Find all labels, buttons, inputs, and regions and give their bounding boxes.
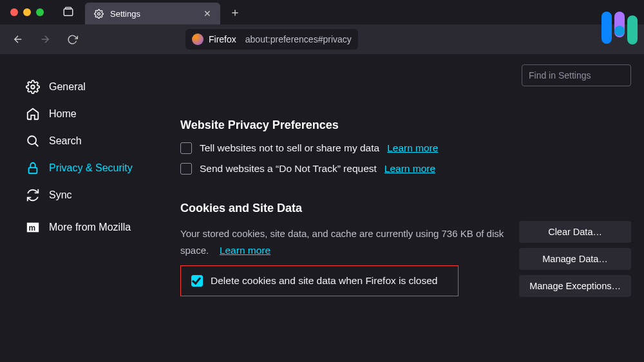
- sidebar-item-label: Sync: [49, 189, 72, 201]
- pref-label: Tell websites not to sell or share my da…: [200, 142, 379, 154]
- maximize-window-button[interactable]: [36, 8, 44, 16]
- tab-label: Settings: [110, 9, 197, 19]
- search-icon: [26, 134, 40, 148]
- navigation-toolbar: Firefox about:preferences#privacy: [0, 24, 644, 54]
- forward-button[interactable]: [35, 29, 55, 50]
- settings-search-input[interactable]: [522, 64, 631, 86]
- pref-row-do-not-sell: Tell websites not to sell or share my da…: [180, 142, 631, 154]
- learn-more-link[interactable]: Learn more: [387, 142, 438, 154]
- sidebar-item-general[interactable]: General: [26, 73, 167, 100]
- manage-data-button[interactable]: Manage Data…: [519, 248, 631, 270]
- sidebar-item-label: More from Mozilla: [49, 222, 131, 233]
- highlighted-setting: Delete cookies and site data when Firefo…: [180, 265, 459, 296]
- checkbox-do-not-track[interactable]: [180, 163, 192, 175]
- identity-label: Firefox: [209, 34, 236, 44]
- url-text: about:preferences#privacy: [245, 34, 352, 44]
- pref-label: Delete cookies and site data when Firefo…: [211, 275, 437, 287]
- pref-row-do-not-track: Send websites a “Do Not Track” request L…: [180, 163, 631, 175]
- settings-main-pane: Website Privacy Preferences Tell website…: [167, 54, 644, 362]
- svg-rect-5: [29, 167, 37, 173]
- learn-more-link[interactable]: Learn more: [220, 245, 270, 256]
- minimize-window-button[interactable]: [23, 8, 31, 16]
- sidebar-item-label: General: [49, 81, 86, 93]
- close-tab-icon[interactable]: ✕: [204, 8, 211, 19]
- tab-overview-icon[interactable]: [62, 6, 75, 19]
- sidebar-item-search[interactable]: Search: [26, 128, 167, 155]
- tab-settings[interactable]: Settings ✕: [85, 3, 220, 24]
- cookies-usage-text: Your stored cookies, site data, and cach…: [180, 225, 515, 259]
- svg-point-3: [31, 85, 35, 89]
- lock-icon: [26, 161, 40, 175]
- url-bar[interactable]: Firefox about:preferences#privacy: [185, 29, 358, 50]
- sidebar-item-label: Search: [49, 135, 82, 147]
- settings-sidebar: General Home Search Privacy & Security: [0, 54, 167, 362]
- reload-button[interactable]: [62, 29, 82, 50]
- svg-text:m: m: [29, 224, 36, 233]
- back-button[interactable]: [8, 29, 28, 50]
- svg-rect-1: [66, 8, 71, 9]
- clear-data-button[interactable]: Clear Data…: [519, 221, 631, 243]
- svg-point-2: [98, 12, 100, 15]
- checkbox-do-not-sell[interactable]: [180, 142, 192, 154]
- gear-icon: [94, 9, 104, 19]
- home-icon: [26, 107, 40, 121]
- decorative-logo: [601, 12, 638, 44]
- pref-label: Send websites a “Do Not Track” request: [200, 163, 377, 175]
- svg-rect-0: [64, 9, 73, 16]
- traffic-lights: [10, 8, 44, 16]
- firefox-icon: [192, 33, 204, 45]
- gear-icon: [26, 80, 40, 94]
- checkbox-delete-on-close[interactable]: [191, 275, 203, 287]
- section-heading-privacy-prefs: Website Privacy Preferences: [180, 119, 631, 132]
- sidebar-item-more-mozilla[interactable]: m More from Mozilla: [26, 214, 167, 241]
- mozilla-icon: m: [26, 220, 40, 234]
- sidebar-item-privacy[interactable]: Privacy & Security: [26, 155, 167, 182]
- sidebar-item-sync[interactable]: Sync: [26, 182, 167, 209]
- sidebar-item-label: Privacy & Security: [49, 162, 133, 174]
- new-tab-button[interactable]: ＋: [225, 3, 245, 22]
- sidebar-item-label: Home: [49, 108, 77, 120]
- sidebar-item-home[interactable]: Home: [26, 100, 167, 128]
- manage-exceptions-button[interactable]: Manage Exceptions…: [519, 275, 631, 297]
- close-window-button[interactable]: [10, 8, 18, 16]
- section-heading-cookies: Cookies and Site Data: [180, 202, 631, 215]
- svg-point-4: [28, 136, 36, 144]
- learn-more-link[interactable]: Learn more: [384, 163, 435, 175]
- window-titlebar: Settings ✕ ＋: [0, 0, 644, 24]
- sync-icon: [26, 188, 40, 202]
